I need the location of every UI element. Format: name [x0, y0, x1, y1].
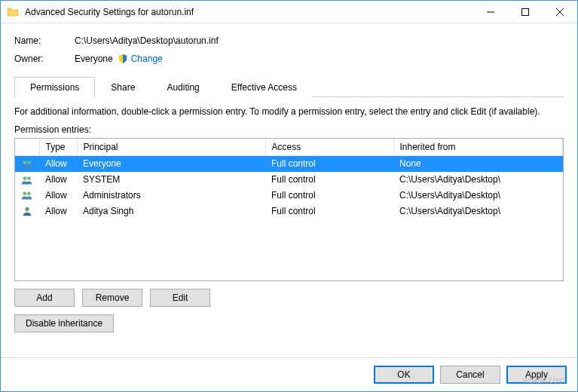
- change-link-text: Change: [131, 54, 163, 64]
- row-principal: SYSTEM: [77, 172, 265, 188]
- user-icon: [21, 206, 33, 216]
- row-principal: Everyone: [77, 156, 265, 172]
- row-icon-cell: [15, 203, 39, 219]
- column-header-principal[interactable]: Principal: [77, 139, 265, 156]
- owner-label: Owner:: [14, 54, 75, 64]
- add-button[interactable]: Add: [14, 289, 75, 307]
- inheritance-row: Disable inheritance: [14, 314, 564, 332]
- minimize-icon: [487, 8, 494, 16]
- row-inherited: None: [393, 156, 563, 172]
- table-row[interactable]: AllowSYSTEMFull controlC:\Users\Aditya\D…: [15, 172, 563, 188]
- row-icon-cell: [15, 172, 39, 188]
- group-icon: [21, 159, 33, 170]
- close-button[interactable]: [543, 1, 577, 23]
- group-icon: [21, 190, 33, 201]
- tab-permissions[interactable]: Permissions: [14, 77, 95, 97]
- change-owner-link[interactable]: Change: [118, 54, 163, 64]
- entries-label: Permission entries:: [14, 124, 564, 135]
- row-access: Full control: [265, 188, 393, 204]
- ok-button[interactable]: OK: [374, 366, 434, 384]
- tab-effective-access[interactable]: Effective Access: [216, 77, 313, 97]
- info-text: For additional information, double-click…: [14, 106, 564, 117]
- apply-button[interactable]: Apply: [506, 366, 567, 384]
- row-access: Full control: [265, 172, 393, 188]
- row-principal: Aditya Singh: [77, 203, 265, 219]
- column-header-type[interactable]: Type: [39, 139, 77, 156]
- row-access: Full control: [265, 203, 393, 219]
- column-header-inherited[interactable]: Inherited from: [393, 139, 563, 156]
- group-icon: [21, 175, 33, 185]
- name-value: C:\Users\Aditya\Desktop\autorun.inf: [75, 35, 219, 46]
- table-row[interactable]: AllowAditya SinghFull controlC:\Users\Ad…: [15, 203, 563, 219]
- row-icon-cell: [15, 188, 39, 204]
- maximize-button[interactable]: [508, 1, 543, 23]
- row-type: Allow: [39, 188, 77, 204]
- cancel-button[interactable]: Cancel: [440, 366, 500, 384]
- row-type: Allow: [39, 203, 77, 219]
- dialog-footer: OK Cancel Apply: [1, 357, 577, 391]
- svg-point-6: [23, 176, 26, 180]
- disable-inheritance-button[interactable]: Disable inheritance: [14, 314, 114, 332]
- table-row[interactable]: AllowAdministratorsFull controlC:\Users\…: [15, 188, 563, 204]
- window-title: Advanced Security Settings for autorun.i…: [25, 7, 473, 17]
- svg-point-10: [25, 207, 29, 211]
- tab-strip: Permissions Share Auditing Effective Acc…: [14, 76, 564, 97]
- tab-share[interactable]: Share: [95, 77, 151, 97]
- column-header-access[interactable]: Access: [265, 139, 393, 156]
- row-icon-cell: [15, 156, 39, 172]
- row-inherited: C:\Users\Aditya\Desktop\: [393, 188, 563, 204]
- shield-icon: [118, 54, 128, 64]
- row-access: Full control: [265, 156, 393, 172]
- tab-auditing[interactable]: Auditing: [151, 77, 215, 97]
- name-label: Name:: [14, 35, 75, 46]
- entry-buttons-row: Add Remove Edit: [14, 289, 564, 307]
- remove-button[interactable]: Remove: [82, 289, 142, 307]
- owner-value: Everyone: [75, 54, 113, 64]
- folder-icon: [7, 6, 19, 18]
- owner-row: Owner: Everyone Change: [14, 54, 564, 64]
- row-principal: Administrators: [77, 188, 265, 204]
- name-row: Name: C:\Users\Aditya\Desktop\autorun.in…: [14, 35, 564, 46]
- table-row[interactable]: AllowEveryoneFull controlNone: [15, 156, 563, 172]
- row-inherited: C:\Users\Aditya\Desktop\: [393, 203, 563, 219]
- svg-rect-1: [522, 8, 529, 15]
- svg-point-7: [27, 176, 31, 180]
- permission-entries-table[interactable]: Type Principal Access Inherited from All…: [14, 138, 564, 281]
- minimize-button[interactable]: [473, 1, 508, 23]
- close-icon: [556, 8, 564, 16]
- row-inherited: C:\Users\Aditya\Desktop\: [393, 172, 563, 188]
- column-header-icon[interactable]: [15, 139, 39, 156]
- row-type: Allow: [39, 172, 77, 188]
- table-header-row: Type Principal Access Inherited from: [15, 139, 563, 156]
- svg-point-5: [27, 161, 31, 164]
- content-area: Name: C:\Users\Aditya\Desktop\autorun.in…: [1, 23, 577, 357]
- edit-button[interactable]: Edit: [150, 289, 210, 307]
- svg-point-9: [27, 192, 31, 196]
- svg-point-8: [23, 192, 26, 196]
- row-type: Allow: [39, 156, 77, 172]
- titlebar: Advanced Security Settings for autorun.i…: [1, 1, 577, 23]
- security-settings-window: Advanced Security Settings for autorun.i…: [0, 0, 578, 392]
- maximize-icon: [521, 8, 529, 16]
- svg-point-4: [23, 161, 26, 164]
